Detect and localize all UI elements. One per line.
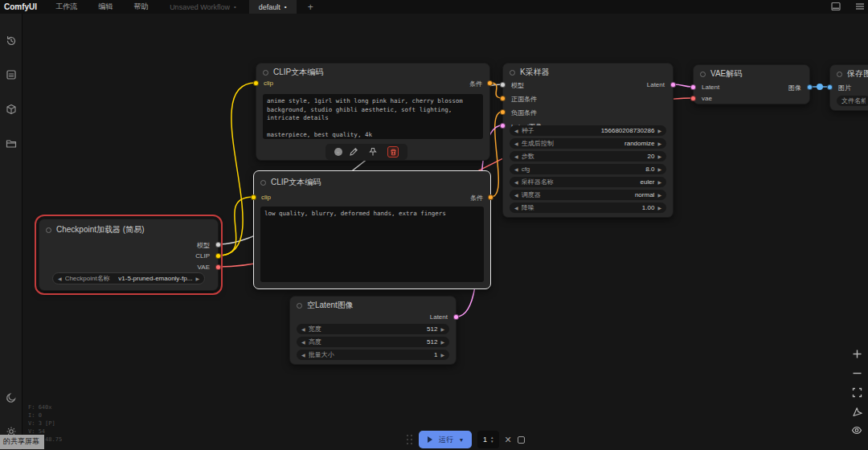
batch-count-stepper[interactable]: 1 ▴ ▾ [477, 431, 499, 448]
decrement-arrow-icon[interactable]: ◀ [514, 205, 518, 211]
increment-arrow-icon[interactable]: ▶ [657, 166, 661, 172]
clip-output-dot[interactable] [215, 253, 221, 259]
model-input-dot[interactable] [500, 82, 506, 88]
pin-icon[interactable] [368, 147, 378, 157]
decrement-arrow-icon[interactable]: ◀ [514, 179, 518, 185]
latent-output-dot[interactable] [453, 314, 459, 320]
node-clip-text-encode-negative[interactable]: CLIP文本编码 clip 条件 low quality, blurry, de… [253, 170, 491, 289]
node-header[interactable]: CLIP文本编码 [260, 177, 321, 188]
filename-prefix-widget[interactable]: 文件名前... [837, 96, 868, 106]
link-clip-negative[interactable] [219, 197, 253, 256]
clip-input-dot[interactable] [251, 194, 256, 200]
theme-moon-icon[interactable] [6, 392, 17, 403]
collapse-dot-icon[interactable] [510, 70, 515, 76]
node-checkpoint-loader[interactable]: Checkpoint加载器 (简易) 模型 CLIP VAE ◀ Checkpo… [39, 219, 219, 291]
toolbar-drag-handle[interactable] [407, 435, 413, 445]
decrement-arrow-icon[interactable]: ◀ [514, 192, 518, 198]
cfg-widget[interactable]: ◀ cfg 8.0 ▶ [510, 164, 666, 174]
seed-widget[interactable]: ◀ 种子 156680208730286 ▶ [510, 125, 666, 136]
link-image-midpoint-dot[interactable] [817, 84, 823, 90]
model-library-icon[interactable] [6, 104, 17, 115]
node-color-swatch-button[interactable]: ▾ [334, 148, 339, 156]
vae-input-dot[interactable] [690, 96, 696, 101]
node-header[interactable]: Checkpoint加载器 (简易) [46, 224, 144, 235]
new-tab-button[interactable]: + [308, 2, 313, 13]
decrement-arrow-icon[interactable]: ◀ [301, 352, 305, 358]
fit-view-icon[interactable] [852, 387, 862, 398]
latent-input-dot[interactable] [500, 123, 506, 129]
width-widget[interactable]: ◀ 宽度 512 ▶ [297, 324, 449, 334]
run-button[interactable]: 运行 ▾ [419, 431, 472, 448]
zoom-in-icon[interactable] [852, 349, 862, 359]
increment-arrow-icon[interactable]: ▶ [440, 339, 444, 345]
collapse-dot-icon[interactable] [263, 70, 268, 76]
tab-default[interactable]: default • [249, 0, 297, 14]
collapse-dot-icon[interactable] [837, 72, 842, 77]
increment-arrow-icon[interactable]: ▶ [657, 141, 661, 146]
node-ksampler[interactable]: K采样器 模型 正面条件 负面条件 Latent图像 Latent ◀ 种子 1… [502, 63, 674, 218]
clip-input-dot[interactable] [253, 80, 259, 86]
workflows-folder-icon[interactable] [6, 138, 17, 149]
menu-list-icon[interactable] [855, 2, 865, 11]
node-header[interactable]: 空Latent图像 [297, 300, 354, 311]
node-header[interactable]: 保存图... [837, 68, 868, 80]
clear-queue-icon[interactable]: ✕ [505, 436, 512, 444]
history-icon[interactable] [6, 35, 17, 47]
increment-arrow-icon[interactable]: ▶ [657, 128, 661, 133]
select-cursor-icon[interactable] [852, 407, 862, 417]
node-header[interactable]: K采样器 [510, 67, 550, 78]
scheduler-widget[interactable]: ◀ 调度器 normal ▶ [510, 190, 666, 200]
collapse-dot-icon[interactable] [260, 180, 266, 186]
ckpt-name-widget[interactable]: ◀ Checkpoint名称 v1-5-pruned-emaonly-fp...… [52, 272, 205, 284]
node-header[interactable]: VAE解码 [700, 68, 742, 80]
negative-prompt-textarea[interactable]: low quality, blurry, deformed hands, ext… [260, 207, 484, 282]
node-empty-latent-image[interactable]: 空Latent图像 Latent ◀ 宽度 512 ▶ ◀ 高度 512 ▶ ◀… [289, 296, 457, 365]
toggle-link-visibility-eye-icon[interactable] [851, 426, 862, 435]
control-after-generate-widget[interactable]: ◀ 生成后控制 randomize ▶ [510, 138, 666, 149]
bottom-panel-icon[interactable] [831, 2, 841, 11]
increment-arrow-icon[interactable]: ▶ [657, 192, 661, 198]
increment-arrow-icon[interactable]: ▶ [195, 276, 199, 281]
collapse-dot-icon[interactable] [700, 72, 706, 77]
increment-arrow-icon[interactable]: ▶ [657, 179, 661, 185]
positive-prompt-textarea[interactable]: anime style, 1girl with long pink hair, … [263, 94, 483, 139]
steps-widget[interactable]: ◀ 步数 20 ▶ [510, 151, 666, 162]
link-clip-positive[interactable] [219, 83, 256, 256]
denoise-widget[interactable]: ◀ 降噪 1.00 ▶ [510, 202, 666, 213]
edit-pencil-icon[interactable] [349, 147, 358, 157]
menu-edit[interactable]: 编辑 [88, 2, 123, 12]
collapse-dot-icon[interactable] [297, 303, 302, 309]
count-down-icon[interactable]: ▾ [491, 440, 493, 444]
workflow-name[interactable]: Unsaved Workflow • [170, 3, 236, 11]
zoom-out-icon[interactable] [852, 368, 862, 378]
stop-icon[interactable] [518, 436, 525, 444]
decrement-arrow-icon[interactable]: ◀ [514, 141, 518, 146]
decrement-arrow-icon[interactable]: ◀ [514, 153, 518, 159]
negative-input-dot[interactable] [500, 109, 506, 115]
run-options-chevron-icon[interactable]: ▾ [460, 436, 463, 444]
decrement-arrow-icon[interactable]: ◀ [58, 276, 62, 281]
image-output-dot[interactable] [807, 84, 813, 90]
latent-output-dot[interactable] [670, 82, 676, 88]
node-vae-decode[interactable]: VAE解码 Latent vae 图像 [693, 64, 810, 104]
node-library-icon[interactable] [6, 69, 17, 80]
conditioning-output-dot[interactable] [487, 80, 493, 86]
decrement-arrow-icon[interactable]: ◀ [514, 166, 518, 172]
menu-help[interactable]: 帮助 [123, 2, 158, 12]
increment-arrow-icon[interactable]: ▶ [657, 205, 661, 211]
increment-arrow-icon[interactable]: ▶ [440, 326, 444, 332]
decrement-arrow-icon[interactable]: ◀ [514, 128, 518, 133]
image-input-dot[interactable] [827, 84, 833, 90]
menu-workflow[interactable]: 工作流 [45, 2, 88, 12]
increment-arrow-icon[interactable]: ▶ [440, 352, 444, 358]
vae-output-dot[interactable] [215, 264, 221, 270]
decrement-arrow-icon[interactable]: ◀ [301, 326, 305, 332]
batch-size-widget[interactable]: ◀ 批量大小 1 ▶ [297, 350, 449, 360]
collapse-dot-icon[interactable] [46, 227, 51, 233]
height-widget[interactable]: ◀ 高度 512 ▶ [297, 337, 449, 347]
node-save-image[interactable]: 保存图... 图片 文件名前... [829, 64, 868, 111]
decrement-arrow-icon[interactable]: ◀ [301, 339, 305, 345]
positive-input-dot[interactable] [500, 96, 506, 101]
conditioning-output-dot[interactable] [488, 194, 493, 200]
increment-arrow-icon[interactable]: ▶ [657, 153, 661, 159]
